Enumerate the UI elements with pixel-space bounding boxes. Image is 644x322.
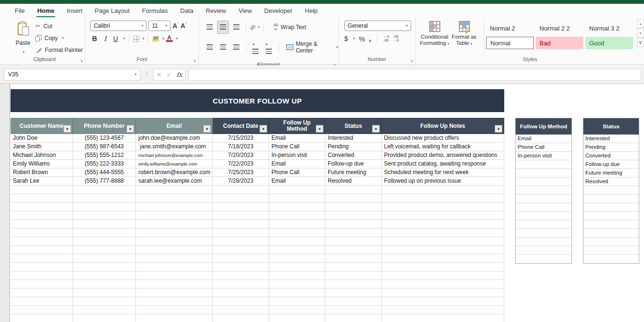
style-normal-3-2[interactable]: Normal 3 2: [585, 22, 633, 34]
cell[interactable]: Email: [269, 134, 325, 143]
cell[interactable]: Scheduled meeting for next week: [382, 168, 504, 177]
align-middle-button[interactable]: [217, 21, 229, 34]
lookup-row[interactable]: Email: [516, 135, 571, 143]
orientation-caret-icon[interactable]: ▾: [258, 25, 260, 29]
cancel-button[interactable]: ✕: [156, 71, 162, 78]
header-follow-up-notes[interactable]: Follow Up Notes ▾: [382, 118, 504, 134]
lookup-row[interactable]: Pending: [583, 143, 639, 152]
cell[interactable]: Email: [269, 160, 325, 168]
tab-page-layout[interactable]: Page Layout: [90, 5, 135, 17]
cell[interactable]: Pending: [325, 143, 382, 151]
font-name-select[interactable]: Calibri ▾: [90, 21, 146, 31]
lookup-row[interactable]: [583, 229, 639, 238]
cell[interactable]: Jane Smith: [10, 143, 73, 151]
lookup-row[interactable]: [516, 246, 571, 255]
copy-button[interactable]: Copy ▾: [35, 32, 83, 44]
clipboard-dialog-launcher[interactable]: ↘: [80, 59, 83, 62]
currency-caret-icon[interactable]: ▾: [353, 37, 355, 41]
lookup-row[interactable]: Resolved: [583, 177, 639, 186]
cell[interactable]: John Doe: [10, 134, 73, 143]
comma-style-button[interactable]: ,: [369, 34, 371, 43]
italic-button[interactable]: I: [101, 35, 109, 42]
header-customer-name[interactable]: Customer Name ▾: [10, 118, 73, 134]
cell[interactable]: 7/15/2023: [213, 134, 269, 143]
lookup-status-header[interactable]: Status: [583, 118, 639, 135]
number-format-select[interactable]: General ▾: [344, 21, 411, 31]
cell[interactable]: Resolved: [325, 177, 382, 186]
align-top-button[interactable]: [204, 21, 216, 34]
lookup-row[interactable]: [516, 220, 571, 229]
cell[interactable]: Interested: [325, 134, 382, 143]
lookup-row[interactable]: [583, 238, 639, 246]
cell[interactable]: (555) 123-4567: [73, 134, 136, 143]
cut-button[interactable]: ✂ Cut: [35, 20, 83, 32]
lookup-row[interactable]: Interested: [583, 135, 639, 143]
lookup-row[interactable]: Future meeting: [583, 169, 639, 177]
cell[interactable]: 7/20/2023: [213, 151, 269, 160]
increase-decimal-button[interactable]: ←0.00: [383, 35, 389, 42]
lookup-row[interactable]: [583, 203, 639, 212]
cell[interactable]: Converted: [325, 151, 382, 160]
currency-button[interactable]: $: [344, 35, 348, 42]
lookup-row[interactable]: [583, 186, 639, 195]
lookup-row[interactable]: [516, 238, 571, 246]
tab-review[interactable]: Review: [200, 5, 231, 17]
filter-icon[interactable]: ▾: [372, 125, 380, 133]
formula-input[interactable]: [188, 69, 641, 81]
tab-file[interactable]: File: [10, 5, 30, 17]
lookup-method-header[interactable]: Follow Up Method: [516, 118, 571, 135]
style-good[interactable]: Good: [585, 37, 633, 49]
cell[interactable]: Follow-up due: [325, 160, 382, 168]
tab-home[interactable]: Home: [32, 5, 60, 17]
tab-insert[interactable]: Insert: [62, 5, 88, 17]
lookup-row[interactable]: [516, 203, 571, 212]
align-left-button[interactable]: [204, 41, 216, 54]
cell[interactable]: michael.johnson@example.com: [136, 151, 213, 160]
cell[interactable]: Phone Call: [269, 143, 325, 151]
lookup-row[interactable]: [583, 246, 639, 255]
cell[interactable]: Provided product demo, answered question…: [382, 151, 504, 160]
cell[interactable]: In-person visit: [269, 151, 325, 160]
align-right-button[interactable]: [230, 41, 242, 54]
cell[interactable]: 7/25/2023: [213, 168, 269, 177]
increase-font-button[interactable]: Aˆ: [172, 22, 178, 30]
cell[interactable]: Discussed new product offers: [382, 134, 504, 143]
lookup-row[interactable]: [516, 160, 571, 169]
underline-caret-icon[interactable]: ▾: [123, 37, 125, 41]
cell[interactable]: Emily Williams: [10, 160, 73, 168]
name-box[interactable]: V35 ▾: [4, 69, 141, 81]
cell[interactable]: Michael Johnson: [10, 151, 73, 160]
cell[interactable]: Sarah Lee: [10, 177, 73, 186]
fill-color-button[interactable]: [152, 36, 159, 42]
tab-developer[interactable]: Developer: [259, 5, 298, 17]
lookup-row[interactable]: [516, 212, 571, 220]
cell[interactable]: (555) 777-8888: [73, 177, 136, 186]
lookup-row[interactable]: [583, 220, 639, 229]
cell[interactable]: Left voicemail, waiting for callback: [382, 143, 504, 151]
filter-icon[interactable]: ▾: [63, 125, 71, 133]
header-contact-date[interactable]: Contact Date ▾: [213, 118, 269, 134]
borders-caret-icon[interactable]: ▾: [143, 37, 145, 41]
cell[interactable]: (555) 444-5555: [73, 168, 136, 177]
align-bottom-button[interactable]: [230, 21, 242, 34]
paste-caret-icon[interactable]: ▾: [23, 50, 25, 53]
lookup-row[interactable]: In-person visit: [516, 152, 571, 160]
lookup-row[interactable]: Follow-up due: [583, 160, 639, 169]
percent-button[interactable]: %: [359, 35, 365, 43]
cell[interactable]: 7/28/2023: [213, 177, 269, 186]
merge-center-button[interactable]: ↔ Merge & Center ▾: [286, 41, 338, 54]
decrease-decimal-button[interactable]: .00→0: [393, 35, 398, 42]
filter-icon[interactable]: ▾: [203, 125, 211, 133]
cell[interactable]: Email: [269, 177, 325, 186]
lookup-row[interactable]: [583, 195, 639, 203]
lookup-row[interactable]: [516, 169, 571, 177]
style-normal-2[interactable]: Normal 2: [486, 22, 534, 34]
filter-icon[interactable]: ▾: [495, 125, 502, 133]
cell[interactable]: Sent product catalog, awaiting response: [382, 160, 504, 168]
insert-function-button[interactable]: fx: [177, 71, 182, 78]
cell[interactable]: 7/18/2023: [213, 143, 269, 151]
filter-icon[interactable]: ▾: [316, 125, 323, 133]
header-follow-up-method[interactable]: Follow Up Method ▾: [269, 118, 325, 134]
underline-button[interactable]: U: [111, 35, 120, 42]
align-center-button[interactable]: [217, 41, 229, 54]
